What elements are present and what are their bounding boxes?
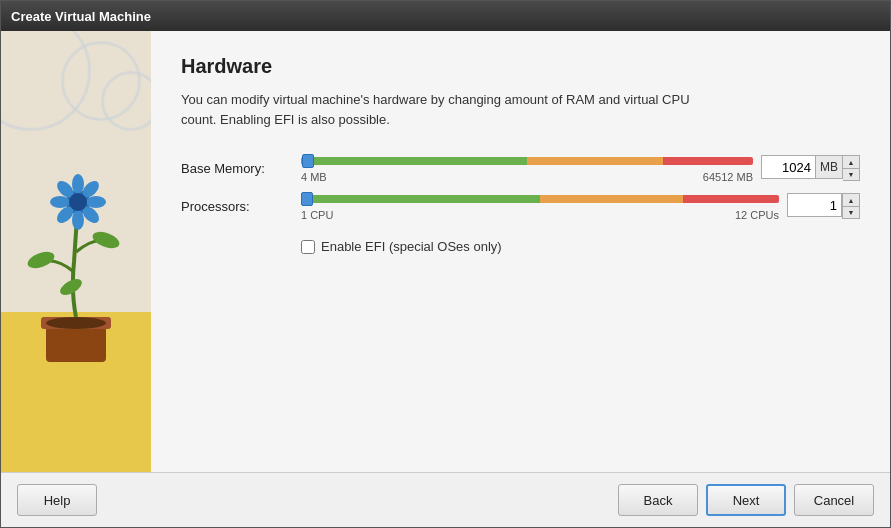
svg-point-12: [69, 193, 87, 211]
processors-slider-track[interactable]: [301, 191, 779, 207]
titlebar: Create Virtual Machine: [1, 1, 890, 31]
memory-track-bg: [301, 157, 753, 165]
next-button[interactable]: Next: [706, 484, 786, 516]
svg-point-8: [72, 210, 84, 230]
memory-spinbox-arrows: ▲ ▼: [843, 155, 860, 181]
memory-track-green: [301, 157, 527, 165]
memory-spin-up[interactable]: ▲: [843, 156, 859, 168]
processors-track-bg: [301, 195, 779, 203]
processors-spinbox[interactable]: ▲ ▼: [787, 193, 860, 219]
main-content: Hardware You can modify virtual machine'…: [151, 31, 890, 472]
memory-slider-thumb[interactable]: [302, 154, 314, 168]
memory-slider-container: 4 MB 64512 MB: [301, 153, 753, 183]
cancel-button[interactable]: Cancel: [794, 484, 874, 516]
swirl-3: [101, 71, 151, 131]
memory-track-orange: [527, 157, 663, 165]
memory-input[interactable]: [761, 155, 816, 179]
sidebar: [1, 31, 151, 472]
processors-slider-container: 1 CPU 12 CPUs: [301, 191, 779, 221]
efi-row: Enable EFI (special OSes only): [301, 239, 860, 254]
processors-track-red: [683, 195, 779, 203]
titlebar-label: Create Virtual Machine: [11, 9, 151, 24]
svg-point-6: [86, 196, 106, 208]
processors-slider-thumb[interactable]: [301, 192, 313, 206]
memory-slider-track[interactable]: [301, 153, 753, 169]
processors-spin-down[interactable]: ▼: [843, 206, 859, 218]
memory-label: Base Memory:: [181, 161, 301, 176]
processors-spin-up[interactable]: ▲: [843, 194, 859, 206]
efi-checkbox[interactable]: [301, 240, 315, 254]
processors-input[interactable]: [787, 193, 842, 217]
sidebar-decoration: [1, 31, 151, 472]
svg-point-14: [90, 229, 121, 252]
svg-point-2: [46, 317, 106, 329]
back-button[interactable]: Back: [618, 484, 698, 516]
memory-min-label: 4 MB: [301, 171, 327, 183]
memory-spin-down[interactable]: ▼: [843, 168, 859, 180]
help-button[interactable]: Help: [17, 484, 97, 516]
memory-row: Base Memory: 4 MB 64512 MB: [181, 153, 860, 183]
create-vm-dialog: Create Virtual Machine: [0, 0, 891, 528]
footer: Help Back Next Cancel: [1, 472, 890, 527]
processors-min-label: 1 CPU: [301, 209, 333, 221]
footer-right: Back Next Cancel: [618, 484, 874, 516]
plant-illustration: [16, 172, 136, 372]
page-description: You can modify virtual machine's hardwar…: [181, 90, 860, 129]
memory-unit: MB: [816, 155, 843, 179]
memory-spinbox[interactable]: MB ▲ ▼: [761, 155, 860, 181]
dialog-body: Hardware You can modify virtual machine'…: [1, 31, 890, 472]
memory-slider-labels: 4 MB 64512 MB: [301, 171, 753, 183]
svg-point-10: [50, 196, 70, 208]
processors-label: Processors:: [181, 199, 301, 214]
page-title: Hardware: [181, 55, 860, 78]
processors-max-label: 12 CPUs: [735, 209, 779, 221]
processors-track-green: [301, 195, 540, 203]
efi-label[interactable]: Enable EFI (special OSes only): [321, 239, 502, 254]
footer-left: Help: [17, 484, 97, 516]
svg-point-13: [25, 249, 56, 272]
memory-max-label: 64512 MB: [703, 171, 753, 183]
processors-slider-labels: 1 CPU 12 CPUs: [301, 209, 779, 221]
memory-track-red: [663, 157, 753, 165]
processors-track-orange: [540, 195, 683, 203]
processors-spinbox-arrows: ▲ ▼: [842, 193, 860, 219]
processors-row: Processors: 1 CPU 12 CPUs: [181, 191, 860, 221]
svg-point-4: [72, 174, 84, 194]
